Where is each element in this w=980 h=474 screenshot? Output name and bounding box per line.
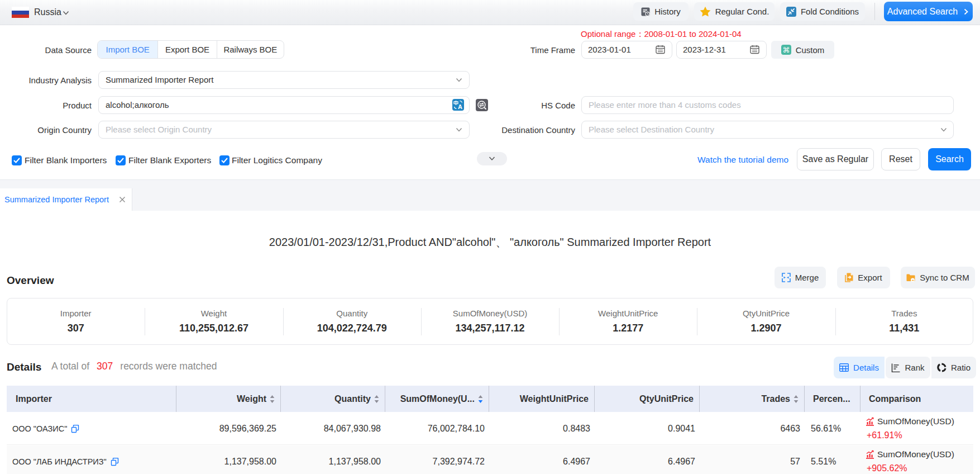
svg-text:A: A: [458, 103, 462, 110]
